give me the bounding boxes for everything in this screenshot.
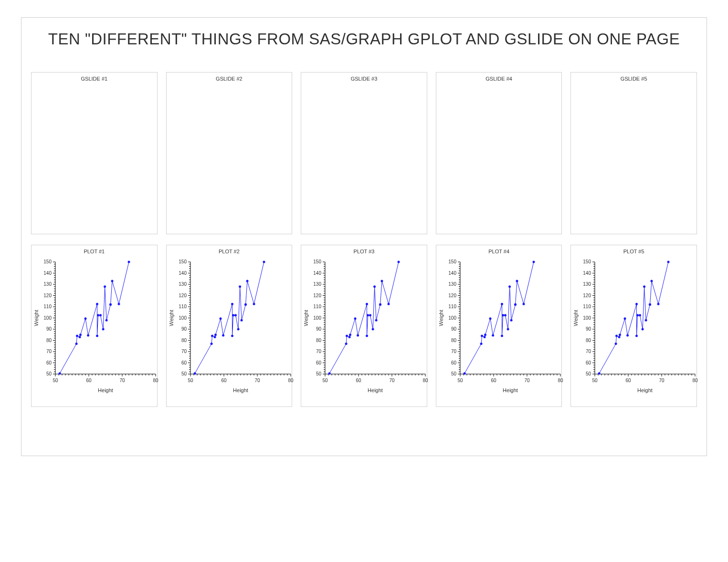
gslide-panel: GSLIDE #2 (166, 72, 293, 234)
plot-row: PLOT #1 50607080901001101201301401505060… (31, 245, 697, 407)
svg-point-109 (96, 335, 98, 337)
gslide-panel: GSLIDE #3 (301, 72, 427, 234)
plot-title: PLOT #2 (167, 245, 292, 254)
plot-panel: PLOT #3 50607080901001101201301401505060… (301, 245, 427, 407)
svg-point-350 (367, 314, 369, 316)
svg-text:Weight: Weight (33, 310, 39, 326)
svg-text:60: 60 (86, 378, 92, 383)
svg-text:Height: Height (368, 387, 383, 393)
plot-panel: PLOT #1 50607080901001101201301401505060… (31, 245, 158, 407)
gslide-title: GSLIDE #1 (32, 73, 157, 82)
plot-panel: PLOT #2 50607080901001101201301401505060… (166, 245, 293, 407)
svg-text:Weight: Weight (573, 310, 579, 326)
svg-text:130: 130 (448, 281, 456, 287)
svg-text:60: 60 (181, 360, 187, 365)
svg-text:150: 150 (43, 259, 52, 264)
svg-text:110: 110 (179, 304, 187, 309)
svg-point-353 (373, 285, 376, 288)
svg-point-472 (506, 328, 509, 331)
svg-point-111 (99, 314, 102, 316)
svg-point-581 (598, 372, 601, 375)
svg-point-473 (508, 285, 511, 288)
svg-text:120: 120 (583, 293, 591, 298)
svg-text:100: 100 (448, 315, 456, 321)
svg-point-349 (366, 335, 368, 337)
svg-point-238 (253, 303, 255, 305)
chart-area: 506070809010011012013014015050607080Weig… (32, 257, 160, 398)
svg-text:80: 80 (153, 378, 158, 383)
chart-area: 506070809010011012013014015050607080Weig… (301, 257, 430, 398)
svg-point-105 (79, 333, 82, 336)
svg-point-599 (667, 261, 670, 263)
svg-text:Weight: Weight (438, 310, 444, 326)
svg-text:70: 70 (254, 378, 260, 383)
gslide-title: GSLIDE #3 (301, 73, 427, 82)
svg-text:130: 130 (179, 281, 187, 287)
svg-text:Height: Height (503, 387, 518, 393)
svg-point-467 (492, 334, 494, 336)
svg-text:110: 110 (43, 304, 52, 309)
svg-point-112 (102, 328, 105, 331)
svg-point-465 (484, 333, 486, 336)
svg-point-102 (75, 343, 78, 345)
svg-point-117 (111, 280, 114, 282)
gslide-panel: GSLIDE #5 (570, 72, 697, 234)
svg-point-585 (619, 333, 621, 336)
svg-point-586 (624, 317, 626, 320)
svg-point-471 (504, 314, 506, 316)
svg-point-583 (615, 335, 618, 337)
svg-point-356 (379, 303, 381, 306)
svg-point-103 (76, 335, 78, 337)
svg-text:140: 140 (448, 271, 456, 276)
plot-panel: PLOT #5 50607080901001101201301401505060… (570, 245, 697, 407)
svg-point-118 (118, 303, 120, 305)
svg-text:50: 50 (451, 371, 457, 376)
svg-point-224 (213, 336, 216, 338)
svg-point-598 (657, 303, 660, 305)
svg-text:Weight: Weight (303, 310, 309, 326)
svg-point-113 (104, 285, 106, 288)
svg-point-469 (501, 335, 503, 337)
svg-text:130: 130 (314, 281, 322, 287)
svg-point-230 (232, 314, 234, 316)
svg-text:140: 140 (179, 271, 187, 276)
svg-text:Height: Height (233, 387, 248, 393)
svg-point-233 (239, 285, 241, 288)
svg-point-596 (649, 303, 651, 306)
svg-point-101 (59, 372, 61, 375)
svg-point-237 (246, 280, 248, 282)
svg-text:70: 70 (181, 349, 187, 354)
svg-text:90: 90 (316, 326, 322, 332)
svg-text:90: 90 (451, 326, 457, 332)
svg-text:100: 100 (314, 315, 322, 321)
svg-text:80: 80 (423, 378, 429, 383)
svg-point-223 (211, 335, 213, 337)
svg-point-239 (263, 261, 265, 263)
svg-point-477 (516, 280, 518, 282)
svg-text:80: 80 (316, 338, 322, 343)
plot-title: PLOT #3 (301, 245, 427, 254)
svg-text:80: 80 (451, 338, 457, 343)
svg-text:120: 120 (314, 293, 322, 298)
plot-title: PLOT #1 (32, 245, 157, 254)
svg-point-591 (639, 314, 641, 316)
plot-title: PLOT #5 (571, 245, 696, 254)
svg-text:60: 60 (491, 378, 496, 383)
svg-text:80: 80 (558, 378, 563, 383)
slide-row: GSLIDE #1 GSLIDE #2 GSLIDE #3 GSLIDE #4 … (31, 72, 697, 234)
svg-text:120: 120 (43, 293, 52, 298)
svg-point-226 (219, 317, 222, 320)
svg-point-594 (645, 319, 647, 322)
svg-point-221 (193, 372, 196, 375)
svg-point-584 (618, 336, 621, 338)
svg-point-104 (79, 336, 81, 338)
svg-text:50: 50 (323, 378, 328, 383)
svg-text:130: 130 (583, 281, 591, 287)
svg-point-110 (97, 314, 99, 316)
svg-point-348 (366, 303, 368, 305)
svg-point-470 (502, 314, 504, 316)
svg-point-225 (214, 333, 217, 336)
svg-text:100: 100 (179, 315, 187, 321)
svg-text:60: 60 (46, 360, 52, 365)
plot-title: PLOT #4 (436, 245, 562, 254)
